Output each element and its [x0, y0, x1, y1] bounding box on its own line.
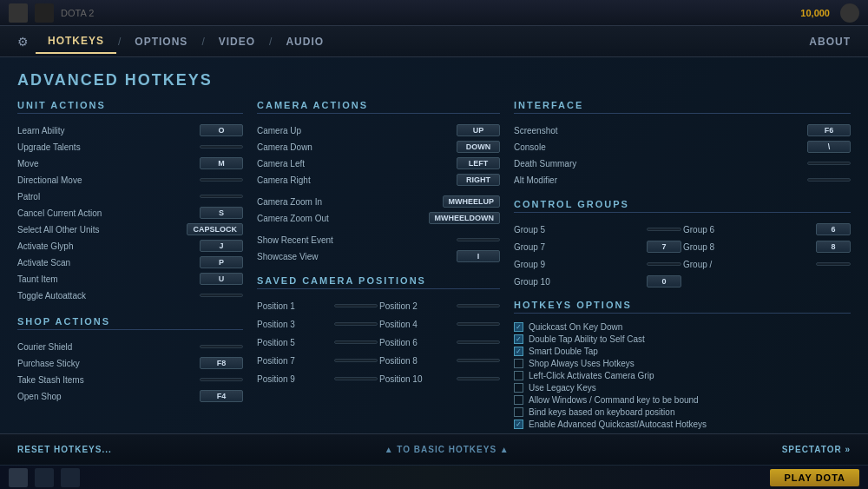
shop-action-3-key[interactable]: F4: [200, 390, 243, 402]
camera-action-9-key[interactable]: I: [457, 250, 500, 262]
option-checkbox-4[interactable]: [514, 371, 523, 380]
unit-action-5-label: Cancel Current Action: [17, 208, 200, 218]
cg-key-4[interactable]: [647, 262, 681, 266]
iface-0-label: Screenshot: [514, 126, 807, 135]
option-checkbox-3[interactable]: [514, 359, 523, 368]
option-checkbox-2[interactable]: [514, 347, 523, 356]
position-9-label: Position 10: [379, 374, 457, 384]
unit-action-10-key[interactable]: [200, 294, 243, 297]
iface-2-key[interactable]: [807, 162, 851, 165]
option-checkbox-8[interactable]: [514, 420, 523, 429]
option-checkbox-7[interactable]: [514, 407, 523, 417]
play-dota-button[interactable]: PLAY DOTA: [770, 469, 859, 486]
unit-action-10-row: Toggle Autoattack: [17, 287, 243, 303]
option-checkbox-1[interactable]: [514, 334, 523, 344]
camera-action-1-key[interactable]: DOWN: [457, 141, 500, 153]
reset-hotkeys-button[interactable]: RESET HOTKEYS...: [17, 445, 112, 454]
camera-action-0-key[interactable]: UP: [457, 124, 500, 136]
cg-key-2[interactable]: 7: [647, 241, 681, 253]
position-6-row: Position 7: [257, 353, 378, 368]
shop-action-2-key[interactable]: [200, 378, 243, 381]
unit-action-8-key[interactable]: P: [200, 256, 243, 268]
camera-action-0-label: Camera Up: [257, 126, 457, 135]
avatar: [9, 3, 28, 23]
camera-action-6-row: Camera Zoom OutMWHEELDOWN: [257, 210, 500, 226]
position-6-key[interactable]: [334, 359, 378, 362]
cg-label-7: Group 10: [514, 277, 647, 287]
shop-action-1-key[interactable]: F8: [200, 357, 243, 369]
camera-action-8-key[interactable]: [457, 238, 500, 241]
iface-1-key[interactable]: \: [807, 141, 851, 153]
unit-action-7-row: Activate GlyphJ: [17, 238, 243, 254]
option-checkbox-6[interactable]: [514, 395, 523, 405]
option-checkbox-5[interactable]: [514, 383, 523, 393]
spectator-button[interactable]: SPECTATOR »: [782, 445, 851, 454]
player-name: DOTA 2: [61, 8, 94, 18]
unit-action-1-row: Upgrade Talents: [17, 139, 243, 155]
unit-action-0-key[interactable]: O: [200, 124, 243, 136]
cg-row-0: Group 5: [514, 221, 681, 237]
cg-key-7[interactable]: 0: [647, 275, 681, 287]
col-unit: UNIT ACTIONS Learn AbilityOUpgrade Talen…: [17, 100, 243, 433]
option-checkbox-0[interactable]: [514, 322, 523, 332]
position-2-key[interactable]: [334, 322, 378, 326]
tab-audio[interactable]: AUDIO: [273, 30, 336, 53]
tab-video[interactable]: VIDEO: [207, 30, 267, 53]
unit-action-2-key[interactable]: M: [200, 157, 243, 169]
cg-row-5: Group /: [683, 256, 851, 272]
unit-action-8-row: Activate ScanP: [17, 254, 243, 270]
unit-action-7-key[interactable]: J: [200, 240, 243, 252]
iface-0-key[interactable]: F6: [807, 124, 851, 136]
unit-action-5-key[interactable]: S: [200, 207, 243, 219]
shop-action-1-label: Purchase Sticky: [17, 359, 200, 368]
unit-action-0-label: Learn Ability: [17, 126, 200, 135]
camera-action-5-key[interactable]: MWHEELUP: [443, 195, 501, 208]
option-label-3: Shop Always Uses Hotkeys: [529, 359, 635, 368]
profile-icon[interactable]: [840, 3, 859, 23]
about-link[interactable]: ABOUT: [809, 36, 851, 48]
position-9-key[interactable]: [457, 377, 500, 380]
cg-key-5[interactable]: [816, 262, 851, 266]
unit-action-3-key[interactable]: [200, 178, 243, 182]
shop-actions-title: SHOP ACTIONS: [17, 316, 243, 330]
position-7-key[interactable]: [457, 359, 500, 362]
shop-action-0-key[interactable]: [200, 345, 243, 348]
unit-action-10-label: Toggle Autoattack: [17, 291, 200, 301]
cg-key-1[interactable]: 6: [816, 223, 851, 235]
cg-row-2: Group 77: [514, 239, 681, 254]
iface-3-key[interactable]: [807, 178, 851, 182]
camera-action-2-key[interactable]: LEFT: [457, 157, 500, 169]
camera-action-6-key[interactable]: MWHEELDOWN: [429, 212, 501, 224]
tab-options[interactable]: OPTIONS: [122, 30, 200, 53]
interface-title: INTERFACE: [514, 100, 851, 114]
position-5-key[interactable]: [457, 340, 500, 344]
option-row-4: Left-Click Activates Camera Grip: [514, 371, 851, 380]
option-label-0: Quickcast On Key Down: [529, 322, 622, 332]
camera-action-8-label: Show Recent Event: [257, 235, 457, 245]
tab-hotkeys[interactable]: HOTKEYS: [36, 30, 116, 54]
control-groups-grid: Group 5Group 66Group 77Group 88Group 9Gr…: [514, 221, 851, 289]
unit-action-9-key[interactable]: U: [200, 273, 243, 285]
option-row-5: Use Legacy Keys: [514, 383, 851, 393]
unit-action-4-key[interactable]: [200, 195, 243, 198]
cg-key-0[interactable]: [647, 228, 681, 231]
shop-action-1-row: Purchase StickyF8: [17, 355, 243, 371]
position-5-label: Position 6: [379, 338, 457, 347]
to-basic-hotkeys-button[interactable]: ▲ TO BASIC HOTKEYS ▲: [385, 445, 510, 454]
unit-action-1-key[interactable]: [200, 145, 243, 149]
unit-action-6-key[interactable]: CAPSLOCK: [187, 223, 243, 235]
position-4-key[interactable]: [334, 340, 378, 344]
position-1-key[interactable]: [457, 304, 500, 307]
camera-actions-title: CAMERA ACTIONS: [257, 100, 500, 114]
position-8-key[interactable]: [334, 377, 378, 380]
settings-icon[interactable]: ⚙: [17, 35, 29, 49]
position-0-key[interactable]: [334, 304, 378, 307]
cg-label-4: Group 9: [514, 260, 647, 269]
position-8-row: Position 9: [257, 371, 378, 387]
camera-action-3-key[interactable]: RIGHT: [457, 174, 500, 186]
cg-key-3[interactable]: 8: [816, 241, 851, 253]
position-3-key[interactable]: [457, 322, 500, 326]
options-list: Quickcast On Key DownDouble Tap Ability …: [514, 322, 851, 429]
hotkeys-options-title: HOTKEYS OPTIONS: [514, 300, 851, 314]
iface-3-label: Alt Modifier: [514, 175, 807, 185]
